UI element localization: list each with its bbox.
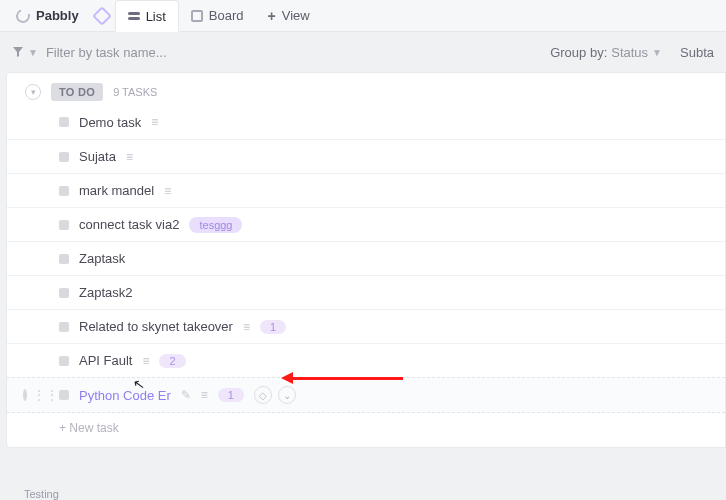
- cursor-icon: ↖: [132, 375, 147, 393]
- tab-view-label: View: [282, 8, 310, 23]
- brand-label: Pabbly: [36, 8, 79, 23]
- task-name[interactable]: Sujata: [79, 149, 116, 164]
- filter-button[interactable]: ▼: [12, 46, 38, 58]
- subtasks-toggle[interactable]: Subta: [680, 45, 714, 60]
- tab-board-label: Board: [209, 8, 244, 23]
- section-header: ▾ TO DO 9 TASKS: [7, 73, 725, 105]
- task-name[interactable]: connect task via2: [79, 217, 179, 232]
- status-chip[interactable]: TO DO: [51, 83, 103, 101]
- task-row-hovered[interactable]: ⋮⋮ Python Code Er ✎ ≡ 1 ◇ ⌄: [7, 377, 725, 413]
- task-row[interactable]: mark mandel ≡: [7, 173, 725, 207]
- description-icon: ≡: [126, 150, 133, 164]
- description-icon: ≡: [243, 320, 250, 334]
- status-square-icon[interactable]: [59, 356, 69, 366]
- description-icon: ≡: [151, 115, 158, 129]
- chevron-down-icon: ▼: [652, 47, 662, 58]
- task-row[interactable]: API Fault ≡ 2: [7, 343, 725, 377]
- secondary-list: Testing List1 i + NEW TASK: [0, 488, 726, 500]
- task-name[interactable]: Zaptask2: [79, 285, 132, 300]
- edit-icon[interactable]: ✎: [181, 388, 191, 402]
- status-square-icon[interactable]: [59, 322, 69, 332]
- chevron-down-icon: ▼: [28, 47, 38, 58]
- task-row[interactable]: Zaptask2: [7, 275, 725, 309]
- task-count: 9 TASKS: [113, 86, 157, 98]
- task-row[interactable]: Related to skynet takeover ≡ 1: [7, 309, 725, 343]
- space-badge-icon[interactable]: [92, 6, 112, 26]
- task-name[interactable]: Related to skynet takeover: [79, 319, 233, 334]
- tab-board[interactable]: Board: [179, 0, 256, 32]
- subtask-count[interactable]: 1: [260, 320, 286, 334]
- task-row[interactable]: Demo task ≡: [7, 105, 725, 139]
- top-nav: Pabbly List Board + View: [0, 0, 726, 32]
- status-square-icon[interactable]: [59, 152, 69, 162]
- status-square-icon[interactable]: [59, 117, 69, 127]
- task-name[interactable]: Python Code Er: [79, 388, 171, 403]
- brand[interactable]: Pabbly: [6, 4, 89, 27]
- subtask-count[interactable]: 1: [218, 388, 244, 402]
- task-row[interactable]: Sujata ≡: [7, 139, 725, 173]
- filter-bar: ▼ Filter by task name... Group by: Statu…: [0, 32, 726, 72]
- description-icon: ≡: [142, 354, 149, 368]
- task-name[interactable]: Demo task: [79, 115, 141, 130]
- task-row[interactable]: connect task via2 tesggg: [7, 207, 725, 241]
- row-handle[interactable]: ⋮⋮: [13, 388, 53, 402]
- select-circle-icon[interactable]: [23, 389, 27, 401]
- group-label: Testing: [24, 488, 726, 500]
- row-actions: ◇ ⌄: [254, 386, 296, 404]
- group-by-value: Status: [611, 45, 648, 60]
- tab-add-view[interactable]: + View: [256, 0, 322, 32]
- brand-swirl-icon: [14, 6, 33, 25]
- task-name[interactable]: API Fault: [79, 353, 132, 368]
- description-icon: ≡: [164, 184, 171, 198]
- tab-list[interactable]: List: [115, 0, 179, 32]
- status-square-icon[interactable]: [59, 390, 69, 400]
- plus-icon: +: [268, 8, 276, 24]
- group-by-label: Group by:: [550, 45, 607, 60]
- subtask-count[interactable]: 2: [159, 354, 185, 368]
- tab-list-label: List: [146, 9, 166, 24]
- filter-input[interactable]: Filter by task name...: [46, 45, 550, 60]
- assignee-icon[interactable]: ⌄: [278, 386, 296, 404]
- funnel-icon: [12, 46, 24, 58]
- task-tag[interactable]: tesggg: [189, 217, 242, 233]
- board-icon: [191, 10, 203, 22]
- collapse-toggle[interactable]: ▾: [25, 84, 41, 100]
- task-name[interactable]: mark mandel: [79, 183, 154, 198]
- status-square-icon[interactable]: [59, 254, 69, 264]
- status-square-icon[interactable]: [59, 186, 69, 196]
- list-icon: [128, 12, 140, 20]
- group-by[interactable]: Group by: Status ▼: [550, 45, 662, 60]
- drag-handle-icon[interactable]: ⋮⋮: [33, 388, 59, 402]
- task-row[interactable]: Zaptask: [7, 241, 725, 275]
- status-square-icon[interactable]: [59, 220, 69, 230]
- new-task-button[interactable]: + New task: [7, 413, 725, 447]
- task-name[interactable]: Zaptask: [79, 251, 125, 266]
- status-square-icon[interactable]: [59, 288, 69, 298]
- description-icon: ≡: [201, 388, 208, 402]
- task-list-pane: ▾ TO DO 9 TASKS Demo task ≡ Sujata ≡ mar…: [6, 72, 726, 448]
- tag-icon[interactable]: ◇: [254, 386, 272, 404]
